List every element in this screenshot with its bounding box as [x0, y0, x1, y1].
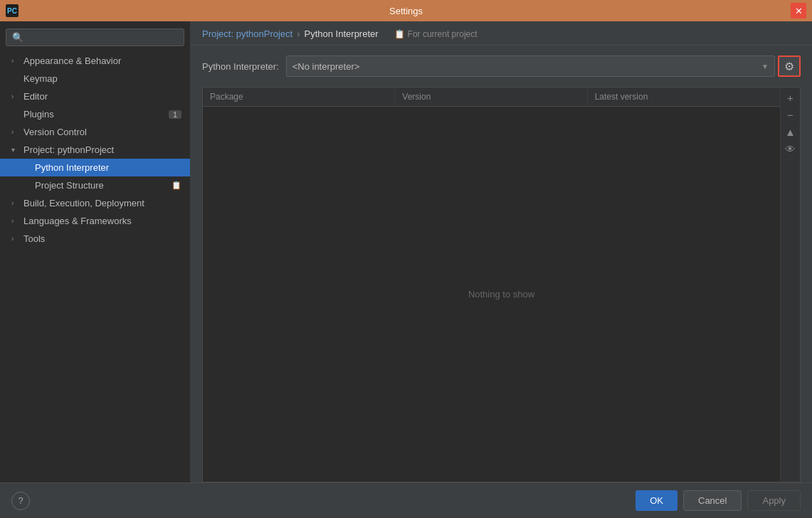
sidebar-item-label: Tools [23, 233, 45, 244]
help-icon: ? [18, 495, 23, 506]
show-early-releases-button[interactable]: 👁 [784, 142, 798, 156]
content-area: Project: pythonProject › Python Interpre… [191, 21, 812, 482]
footer-right: OK Cancel Apply [636, 490, 801, 511]
footer: ? OK Cancel Apply [0, 482, 812, 518]
chevron-icon: › [11, 57, 20, 65]
sidebar: 🔍 ›Appearance & BehaviorKeymap›EditorPlu… [0, 21, 191, 482]
cancel-button[interactable]: Cancel [683, 490, 742, 511]
sidebar-item-label: Keymap [23, 73, 58, 84]
table-actions: + − ▲ 👁 [780, 88, 800, 482]
sidebar-item-label: Project: pythonProject [23, 144, 114, 155]
for-current-project[interactable]: 📋 For current project [394, 29, 478, 39]
sidebar-item-editor[interactable]: ›Editor [0, 88, 190, 105]
sidebar-item-label: Languages & Frameworks [23, 216, 132, 226]
ok-button[interactable]: OK [636, 490, 677, 511]
sidebar-item-languages-frameworks[interactable]: ›Languages & Frameworks [0, 212, 190, 230]
chevron-icon: ▾ [11, 146, 20, 154]
copy-icon: 📋 [172, 181, 181, 190]
sidebar-item-build-execution[interactable]: ›Build, Execution, Deployment [0, 194, 190, 212]
sidebar-item-label: Appearance & Behavior [23, 56, 121, 66]
chevron-icon: › [11, 92, 20, 100]
sidebar-item-tools[interactable]: ›Tools [0, 230, 190, 248]
help-button[interactable]: ? [11, 492, 30, 510]
remove-package-button[interactable]: − [784, 107, 798, 122]
interpreter-row: Python Interpreter: <No interpreter> ▼ ⚙ [191, 46, 812, 87]
breadcrumb: Project: pythonProject › Python Interpre… [191, 21, 812, 46]
sidebar-item-label: Python Interpreter [35, 162, 109, 173]
window-title: Settings [389, 6, 423, 16]
chevron-down-icon: ▼ [761, 63, 769, 70]
footer-left: ? [11, 492, 30, 510]
sidebar-item-label: Version Control [23, 127, 87, 137]
gear-button[interactable]: ⚙ [778, 56, 801, 77]
gear-icon: ⚙ [784, 60, 794, 73]
sidebar-item-label: Editor [23, 91, 48, 102]
title-bar: PC Settings ✕ [0, 0, 812, 21]
empty-state-text: Nothing to show [468, 289, 534, 300]
add-package-button[interactable]: + [784, 90, 798, 105]
sidebar-item-project-pythonproject[interactable]: ▾Project: pythonProject [0, 141, 190, 159]
nav-items: ›Appearance & BehaviorKeymap›EditorPlugi… [0, 52, 190, 248]
chevron-icon: › [11, 217, 20, 225]
sidebar-item-project-structure[interactable]: Project Structure📋 [0, 176, 190, 194]
breadcrumb-project[interactable]: Project: pythonProject [202, 28, 292, 39]
sidebar-item-label: Project Structure [35, 180, 104, 191]
for-project-label: For current project [408, 29, 478, 39]
sidebar-item-version-control[interactable]: ›Version Control [0, 123, 190, 141]
apply-button[interactable]: Apply [747, 490, 801, 511]
sidebar-item-label: Build, Execution, Deployment [23, 198, 144, 208]
chevron-icon: › [11, 128, 20, 136]
table-header: Package Version Latest version [203, 88, 800, 107]
sidebar-item-label: Plugins [23, 109, 54, 120]
column-latest-version: Latest version [588, 88, 780, 106]
interpreter-label: Python Interpreter: [202, 61, 279, 72]
chevron-icon: › [11, 199, 20, 207]
interpreter-select-wrapper: <No interpreter> ▼ ⚙ [286, 56, 801, 77]
chevron-icon: › [11, 235, 20, 243]
copy-icon: 📋 [394, 29, 405, 39]
interpreter-value: <No interpreter> [292, 61, 360, 72]
app-icon: PC [6, 4, 19, 17]
sidebar-item-appearance[interactable]: ›Appearance & Behavior [0, 52, 190, 70]
package-table: Package Version Latest version Nothing t… [202, 87, 801, 482]
upgrade-package-button[interactable]: ▲ [784, 125, 798, 139]
search-box[interactable]: 🔍 [6, 28, 184, 46]
column-package: Package [203, 88, 395, 106]
close-button[interactable]: ✕ [791, 3, 806, 18]
badge: 1 [169, 110, 181, 119]
breadcrumb-separator: › [297, 28, 300, 39]
table-body: Nothing to show [203, 107, 800, 482]
sidebar-item-plugins[interactable]: Plugins1 [0, 105, 190, 123]
sidebar-item-keymap[interactable]: Keymap [0, 70, 190, 88]
column-version: Version [395, 88, 587, 106]
search-icon: 🔍 [12, 32, 23, 43]
sidebar-item-python-interpreter[interactable]: Python Interpreter [0, 159, 190, 176]
interpreter-dropdown[interactable]: <No interpreter> ▼ [286, 56, 775, 77]
search-input[interactable] [27, 33, 178, 43]
main-layout: 🔍 ›Appearance & BehaviorKeymap›EditorPlu… [0, 21, 812, 482]
breadcrumb-current: Python Interpreter [305, 28, 379, 39]
